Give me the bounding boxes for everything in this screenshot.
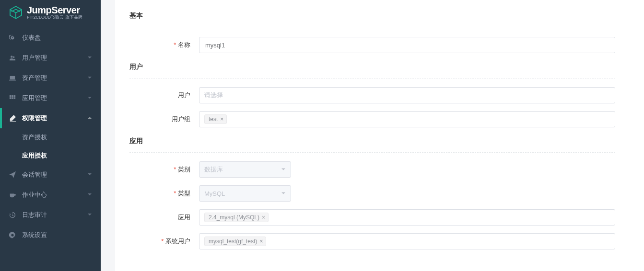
- sidebar: JumpServer FIT2CLOUD飞致云 旗下品牌 仪表盘 用户管理 资产…: [0, 0, 101, 271]
- brand-sub: FIT2CLOUD飞致云 旗下品牌: [27, 15, 82, 20]
- sidebar-item-asset-management[interactable]: 资产管理: [0, 68, 101, 88]
- sysuser-select[interactable]: mysql_test(gf_test) ×: [199, 233, 615, 249]
- sidebar-item-session-management[interactable]: 会话管理: [0, 165, 101, 185]
- sidebar-item-label: 系统设置: [22, 231, 47, 239]
- sidebar-item-label: 仪表盘: [22, 34, 41, 42]
- brand-text: JumpServer FIT2CLOUD飞致云 旗下品牌: [27, 5, 82, 20]
- section-basic: 基本 名称: [129, 10, 615, 53]
- usergroup-select[interactable]: test ×: [199, 111, 615, 127]
- sidebar-item-label: 应用管理: [22, 94, 47, 102]
- tag-sysuser: mysql_test(gf_test) ×: [204, 237, 266, 246]
- sidebar-item-label: 资产管理: [22, 74, 47, 82]
- sidebar-item-app-management[interactable]: 应用管理: [0, 88, 101, 108]
- application-select[interactable]: 2.4_mysql (MySQL) ×: [199, 209, 615, 226]
- label-application: 应用: [129, 213, 199, 222]
- users-icon: [9, 54, 16, 62]
- main-content: 基本 名称 用户 用户 请选择 用户组 test ×: [115, 0, 644, 271]
- edit-icon: [9, 114, 16, 122]
- label-user: 用户: [129, 91, 199, 100]
- row-name: 名称: [129, 37, 615, 53]
- tag-label: mysql_test(gf_test): [209, 238, 257, 245]
- user-select-placeholder: 请选择: [204, 91, 223, 100]
- sidebar-item-log-audit[interactable]: 日志审计: [0, 205, 101, 225]
- category-select[interactable]: 数据库: [199, 161, 291, 178]
- svg-rect-8: [10, 97, 12, 99]
- logo-area: JumpServer FIT2CLOUD飞致云 旗下品牌: [0, 0, 101, 23]
- sidebar-item-label: 日志审计: [22, 211, 47, 219]
- chevron-down-icon: [87, 211, 92, 218]
- type-value: MySQL: [204, 190, 225, 197]
- type-select[interactable]: MySQL: [199, 185, 291, 202]
- sidebar-subitem-label: 资产授权: [22, 134, 47, 141]
- close-icon[interactable]: ×: [262, 215, 265, 220]
- chevron-down-icon: [87, 74, 92, 81]
- sidebar-subitem-asset-auth[interactable]: 资产授权: [0, 128, 101, 147]
- sub-nav-permission: 资产授权 应用授权: [0, 128, 101, 165]
- svg-rect-7: [14, 95, 16, 97]
- close-icon[interactable]: ×: [220, 116, 223, 122]
- close-icon[interactable]: ×: [259, 238, 263, 244]
- grid-icon: [9, 94, 16, 102]
- label-type: 类型: [129, 189, 199, 198]
- row-sysuser: 系统用户 mysql_test(gf_test) ×: [129, 233, 615, 249]
- logo-icon: [9, 5, 23, 20]
- sidebar-item-job-center[interactable]: 作业中心: [0, 185, 101, 205]
- row-user: 用户 请选择: [129, 87, 615, 103]
- svg-rect-4: [9, 79, 16, 80]
- section-app: 应用 类别 数据库 类型 MySQL: [129, 137, 615, 249]
- svg-point-2: [13, 56, 15, 58]
- tag-label: test: [209, 116, 218, 123]
- sidebar-subitem-app-auth[interactable]: 应用授权: [0, 147, 101, 165]
- chevron-down-icon: [87, 94, 92, 102]
- section-title-basic: 基本: [129, 10, 615, 28]
- row-usergroup: 用户组 test ×: [129, 111, 615, 127]
- svg-point-1: [11, 56, 12, 57]
- chevron-up-icon: [87, 114, 92, 122]
- chevron-down-icon: [87, 54, 92, 61]
- sidebar-item-label: 权限管理: [22, 114, 47, 123]
- section-title-user: 用户: [129, 63, 615, 79]
- row-type: 类型 MySQL: [129, 185, 615, 202]
- sidebar-item-label: 用户管理: [22, 54, 47, 62]
- chevron-down-icon: [281, 166, 286, 173]
- sidebar-item-permission-management[interactable]: 权限管理: [0, 108, 101, 128]
- label-sysuser: 系统用户: [129, 237, 199, 246]
- sidebar-item-user-management[interactable]: 用户管理: [0, 48, 101, 68]
- category-value: 数据库: [204, 165, 223, 174]
- chevron-down-icon: [87, 171, 92, 178]
- chevron-down-icon: [281, 190, 286, 197]
- section-user: 用户 用户 请选择 用户组 test ×: [129, 63, 615, 127]
- history-icon: [9, 211, 16, 219]
- user-select[interactable]: 请选择: [199, 87, 615, 103]
- laptop-icon: [9, 74, 16, 82]
- svg-rect-5: [10, 95, 12, 97]
- sidebar-item-system-settings[interactable]: 系统设置: [0, 225, 101, 245]
- tag-usergroup: test ×: [204, 114, 227, 124]
- sidebar-subitem-label: 应用授权: [22, 152, 47, 159]
- tag-application: 2.4_mysql (MySQL) ×: [204, 213, 269, 222]
- svg-rect-3: [10, 76, 15, 79]
- svg-rect-9: [12, 97, 13, 99]
- sidebar-item-dashboard[interactable]: 仪表盘: [0, 28, 101, 48]
- label-name: 名称: [129, 41, 199, 49]
- name-input[interactable]: [199, 37, 615, 53]
- sidebar-item-label: 作业中心: [22, 191, 47, 199]
- coffee-icon: [9, 191, 16, 199]
- section-title-app: 应用: [129, 137, 615, 153]
- main-nav: 仪表盘 用户管理 资产管理 应用管理: [0, 28, 101, 245]
- tag-label: 2.4_mysql (MySQL): [209, 214, 259, 221]
- send-icon: [9, 171, 16, 179]
- sidebar-item-label: 会话管理: [22, 170, 47, 179]
- brand-name: JumpServer: [27, 5, 82, 15]
- svg-rect-6: [12, 95, 13, 97]
- dashboard-icon: [9, 34, 16, 42]
- label-category: 类别: [129, 165, 199, 174]
- svg-rect-10: [14, 97, 16, 99]
- gear-icon: [9, 231, 16, 239]
- row-application: 应用 2.4_mysql (MySQL) ×: [129, 209, 615, 226]
- row-category: 类别 数据库: [129, 161, 615, 178]
- chevron-down-icon: [87, 191, 92, 198]
- label-usergroup: 用户组: [129, 115, 199, 124]
